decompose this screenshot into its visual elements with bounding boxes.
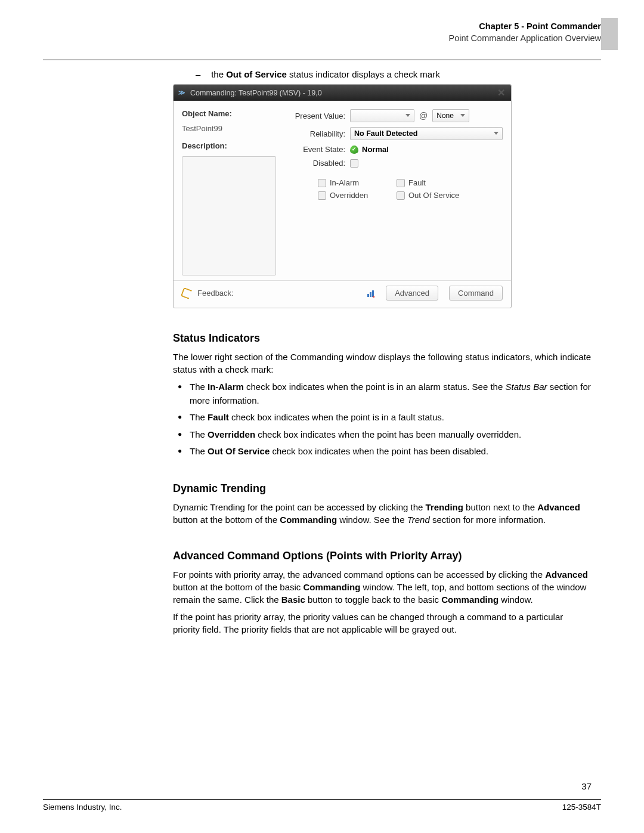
commanding-window: ≫ Commanding: TestPoint99 (MSV) - 19,0 ✕… — [173, 84, 512, 308]
intro-text-prefix: the — [211, 69, 226, 79]
out-of-service-label: Out Of Service — [408, 191, 459, 200]
in-alarm-label: In-Alarm — [330, 178, 359, 187]
event-state-value: Normal — [362, 145, 389, 154]
dynamic-trending-heading: Dynamic Trending — [173, 482, 592, 495]
command-button[interactable]: Command — [449, 286, 503, 301]
disabled-checkbox[interactable] — [350, 159, 358, 168]
window-titlebar[interactable]: ≫ Commanding: TestPoint99 (MSV) - 19,0 ✕ — [174, 85, 511, 101]
reliability-label: Reliability: — [283, 129, 350, 138]
chevron-down-icon — [460, 114, 465, 117]
disabled-label: Disabled: — [283, 159, 350, 168]
window-title: Commanding: TestPoint99 (MSV) - 19,0 — [190, 89, 322, 97]
svg-rect-3 — [373, 296, 374, 298]
svg-rect-1 — [370, 292, 371, 297]
priority-value: None — [436, 112, 454, 120]
present-value-label: Present Value: — [283, 112, 350, 120]
reliability-dropdown[interactable]: No Fault Detected — [350, 127, 503, 140]
status-indicators-intro: The lower right section of the Commandin… — [173, 351, 592, 376]
object-name-label: Object Name: — [182, 109, 283, 118]
footer-left: Siemens Industry, Inc. — [43, 803, 122, 812]
overridden-checkbox — [318, 191, 326, 200]
svg-rect-0 — [367, 294, 369, 297]
chevron-right-icon: ≫ — [178, 89, 185, 97]
advanced-command-p2: If the point has priority array, the pri… — [173, 611, 592, 636]
footer-rule — [43, 799, 601, 800]
dynamic-trending-section: Dynamic Trending Dynamic Trending for th… — [173, 482, 592, 526]
page-header: Chapter 5 - Point Commander Point Comman… — [449, 21, 601, 43]
fault-label: Fault — [408, 178, 426, 187]
chevron-down-icon — [494, 132, 499, 135]
list-item: The Overridden check box indicates when … — [173, 428, 592, 442]
status-indicators-section: Status Indicators The lower right sectio… — [173, 332, 592, 459]
trending-icon[interactable] — [367, 289, 375, 298]
at-icon: @ — [419, 111, 428, 120]
intro-text-bold: Out of Service — [226, 69, 287, 79]
feedback-label: Feedback: — [197, 289, 234, 298]
chapter-title: Chapter 5 - Point Commander — [449, 21, 601, 31]
description-label: Description: — [182, 141, 283, 150]
intro-sub-bullet: – the Out of Service status indicator di… — [209, 69, 592, 79]
advanced-command-section: Advanced Command Options (Points with Pr… — [173, 550, 592, 636]
advanced-command-heading: Advanced Command Options (Points with Pr… — [173, 550, 592, 562]
list-item: The Fault check box indicates when the p… — [173, 411, 592, 425]
advanced-command-p1: For points with priority array, the adva… — [173, 568, 592, 606]
in-alarm-checkbox — [318, 179, 326, 187]
status-indicators-block: In-Alarm Fault Overridden Out Of Service — [283, 178, 503, 200]
header-gray-box — [601, 18, 618, 50]
feedback-icon — [181, 287, 193, 299]
close-icon[interactable]: ✕ — [496, 87, 506, 98]
dynamic-trending-paragraph: Dynamic Trending for the point can be ac… — [173, 501, 592, 526]
out-of-service-checkbox — [397, 191, 405, 200]
present-value-dropdown[interactable] — [350, 109, 414, 122]
chevron-down-icon — [405, 114, 410, 117]
fault-checkbox — [397, 179, 405, 187]
intro-text-suffix: status indicator displays a check mark — [287, 69, 440, 79]
shield-check-icon — [350, 145, 358, 154]
overridden-label: Overridden — [330, 191, 368, 200]
page-number: 37 — [581, 781, 592, 791]
object-name-value: TestPoint99 — [182, 124, 283, 133]
event-state-label: Event State: — [283, 145, 350, 154]
list-item: The Out Of Service check box indicates w… — [173, 445, 592, 459]
advanced-button[interactable]: Advanced — [386, 286, 438, 301]
list-item: The In-Alarm check box indicates when th… — [173, 380, 592, 407]
header-rule — [43, 60, 601, 60]
description-textarea[interactable] — [182, 156, 276, 275]
header-subtitle: Point Commander Application Overview — [449, 33, 601, 43]
footer-right: 125-3584T — [562, 803, 601, 812]
priority-dropdown[interactable]: None — [432, 109, 469, 122]
status-indicators-heading: Status Indicators — [173, 332, 592, 345]
reliability-value: No Fault Detected — [354, 129, 417, 138]
